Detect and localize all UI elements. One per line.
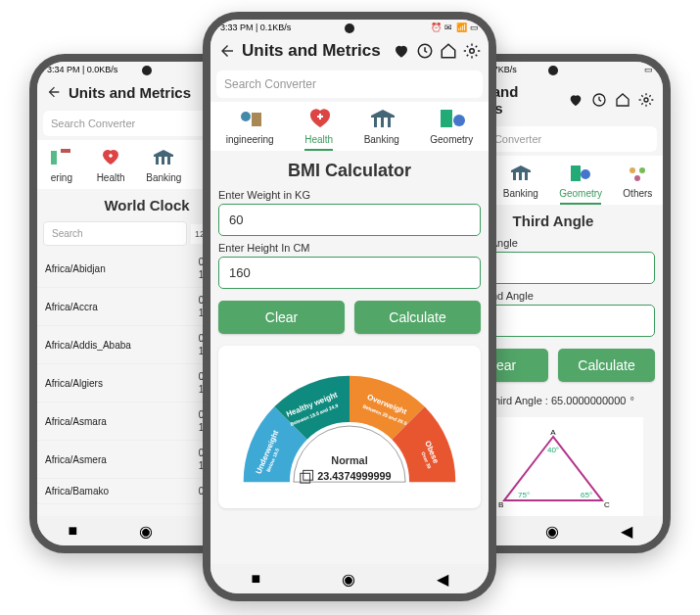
home-icon[interactable] (440, 42, 457, 60)
tab-geometry[interactable]: Geometry (555, 160, 606, 205)
heart-icon[interactable] (393, 42, 410, 60)
svg-rect-4 (162, 157, 164, 165)
bmi-gauge: Underweight Below 18.5 Healthy weight Be… (218, 346, 481, 508)
svg-point-14 (581, 169, 590, 179)
weight-label: Enter Weight in KG (218, 189, 481, 201)
health-icon (97, 146, 124, 169)
status-icons: ⏰ ✉ 📶 ▭ (431, 23, 479, 32)
clock-icon[interactable] (590, 91, 608, 109)
tab-banking[interactable]: Banking (142, 144, 185, 189)
svg-rect-28 (381, 118, 384, 127)
engineering-icon (236, 108, 263, 131)
page-title: BMI Calculator (210, 161, 489, 181)
heart-icon[interactable] (567, 91, 584, 109)
nav-recent-icon[interactable]: ■ (251, 570, 260, 588)
svg-rect-11 (519, 172, 522, 180)
nav-home-icon[interactable]: ◉ (342, 570, 355, 589)
geometry-icon (438, 108, 465, 131)
tab-engineering[interactable]: ering (44, 144, 79, 189)
health-icon (305, 108, 333, 131)
signal-icon: 📶 (456, 23, 466, 32)
back-icon[interactable] (45, 83, 63, 101)
svg-text:65°: 65° (581, 491, 592, 499)
home-icon[interactable] (614, 91, 631, 109)
svg-text:75°: 75° (518, 491, 530, 499)
worldclock-search-input[interactable]: Search (43, 221, 187, 246)
category-tabs: ingineering Health Banking Geometry (210, 102, 489, 151)
svg-rect-26 (252, 113, 261, 126)
svg-rect-30 (441, 110, 452, 127)
gauge-result-label: Normal (331, 454, 367, 466)
android-navbar: ■ ◉ ◀ (210, 564, 489, 593)
svg-rect-5 (167, 157, 170, 165)
settings-icon[interactable] (463, 42, 481, 60)
svg-rect-12 (525, 172, 528, 180)
calculate-button[interactable]: Calculate (558, 349, 655, 382)
tab-others[interactable]: Others (619, 160, 656, 205)
nav-home-icon[interactable]: ◉ (545, 522, 559, 541)
settings-icon[interactable] (637, 91, 655, 109)
svg-point-17 (634, 175, 640, 181)
others-icon (624, 162, 651, 185)
clock-icon[interactable] (416, 42, 434, 60)
nav-back-icon[interactable]: ◀ (437, 570, 448, 589)
svg-point-31 (453, 115, 465, 126)
svg-text:40°: 40° (547, 446, 559, 454)
svg-rect-1 (51, 151, 57, 165)
svg-rect-29 (388, 118, 391, 127)
whatsapp-icon: ✉ (443, 23, 453, 32)
banking-icon (368, 108, 396, 131)
svg-point-25 (241, 112, 251, 121)
button-row: Clear Calculate (218, 301, 481, 334)
status-time: 3:34 PM | 0.0KB/s (47, 65, 117, 74)
vertex-b: B (498, 500, 503, 509)
tab-engineering[interactable]: ingineering (222, 106, 278, 151)
height-input[interactable]: 160 (218, 257, 481, 289)
status-time: 3:33 PM | 0.1KB/s (220, 23, 291, 32)
battery-icon: ▭ (469, 23, 479, 32)
statusbar: 3:33 PM | 0.1KB/s ⏰ ✉ 📶 ▭ (210, 20, 489, 35)
geometry-icon (567, 162, 594, 185)
svg-rect-10 (513, 172, 516, 180)
tab-banking[interactable]: Banking (360, 106, 403, 151)
svg-rect-13 (571, 166, 581, 181)
svg-rect-27 (374, 118, 377, 127)
banking-icon (150, 146, 177, 169)
svg-point-15 (630, 167, 635, 173)
app-title: Units and Metrics (69, 84, 202, 101)
calculate-button[interactable]: Calculate (354, 301, 481, 334)
vertex-c: C (604, 500, 610, 509)
engineering-icon (48, 146, 75, 169)
svg-rect-2 (61, 149, 70, 153)
svg-rect-3 (156, 157, 159, 165)
app-title: Units and Metrics (242, 41, 387, 61)
gauge-result-value: 23.4374999999 (317, 470, 391, 482)
nav-home-icon[interactable]: ◉ (139, 522, 153, 541)
weight-input[interactable]: 60 (218, 204, 481, 236)
nav-back-icon[interactable]: ◀ (621, 522, 632, 541)
back-icon[interactable] (218, 42, 236, 60)
battery-icon: ▭ (643, 65, 653, 74)
svg-point-24 (470, 49, 475, 54)
height-label: Enter Height In CM (218, 242, 481, 254)
search-input[interactable]: Search Converter (216, 71, 483, 98)
tab-banking[interactable]: Banking (499, 160, 542, 205)
banking-icon (507, 162, 535, 185)
tab-geometry[interactable]: Geometry (426, 106, 477, 151)
tab-health[interactable]: Health (301, 106, 337, 151)
appbar: Units and Metrics (210, 35, 489, 67)
vertex-a: A (550, 428, 556, 437)
alarm-icon: ⏰ (431, 23, 441, 32)
tab-health[interactable]: Health (93, 144, 129, 189)
clear-button[interactable]: Clear (218, 301, 345, 334)
nav-recent-icon[interactable]: ■ (68, 522, 77, 540)
status-icons: ▭ (643, 65, 653, 74)
svg-point-16 (639, 167, 645, 173)
phone-center-bmi: 3:33 PM | 0.1KB/s ⏰ ✉ 📶 ▭ Units and Metr… (203, 12, 496, 601)
svg-point-9 (644, 98, 648, 102)
